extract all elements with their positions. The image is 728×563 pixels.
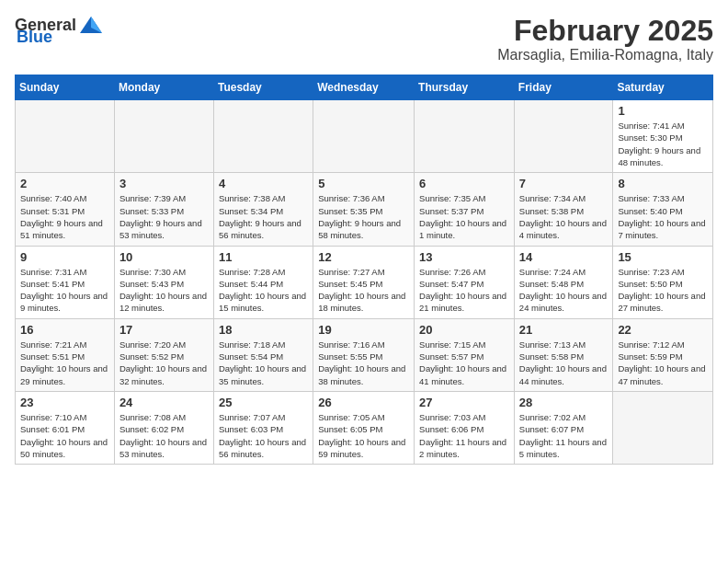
calendar-cell: 1Sunrise: 7:41 AM Sunset: 5:30 PM Daylig… (613, 100, 713, 173)
calendar-cell (415, 100, 515, 173)
calendar-cell (613, 391, 713, 464)
day-info: Sunrise: 7:26 AM Sunset: 5:47 PM Dayligh… (419, 266, 509, 315)
calendar-cell: 28Sunrise: 7:02 AM Sunset: 6:07 PM Dayli… (514, 391, 613, 464)
day-info: Sunrise: 7:28 AM Sunset: 5:44 PM Dayligh… (219, 266, 308, 315)
day-info: Sunrise: 7:13 AM Sunset: 5:58 PM Dayligh… (519, 339, 609, 387)
calendar-cell (313, 100, 415, 173)
day-info: Sunrise: 7:41 AM Sunset: 5:30 PM Dayligh… (618, 120, 708, 168)
weekday-header-monday: Monday (114, 75, 213, 100)
calendar-week-row: 16Sunrise: 7:21 AM Sunset: 5:51 PM Dayli… (16, 318, 713, 391)
calendar-week-row: 2Sunrise: 7:40 AM Sunset: 5:31 PM Daylig… (16, 173, 713, 246)
day-number: 16 (20, 323, 109, 337)
calendar-cell: 14Sunrise: 7:24 AM Sunset: 5:48 PM Dayli… (514, 246, 613, 318)
day-info: Sunrise: 7:18 AM Sunset: 5:54 PM Dayligh… (219, 339, 308, 387)
day-number: 11 (219, 250, 308, 264)
day-info: Sunrise: 7:08 AM Sunset: 6:02 PM Dayligh… (119, 411, 209, 460)
day-number: 1 (618, 104, 708, 118)
calendar-cell: 9Sunrise: 7:31 AM Sunset: 5:41 PM Daylig… (16, 246, 115, 318)
calendar-cell: 15Sunrise: 7:23 AM Sunset: 5:50 PM Dayli… (613, 246, 713, 318)
day-number: 7 (519, 177, 609, 190)
day-number: 20 (419, 323, 509, 337)
day-number: 8 (618, 177, 708, 190)
calendar-cell: 2Sunrise: 7:40 AM Sunset: 5:31 PM Daylig… (16, 173, 115, 246)
day-number: 10 (119, 250, 209, 264)
day-number: 23 (20, 396, 109, 409)
calendar-cell (213, 100, 313, 173)
logo: General Blue (15, 15, 106, 47)
day-number: 19 (318, 323, 409, 337)
weekday-header-sunday: Sunday (16, 75, 115, 100)
day-number: 18 (219, 323, 308, 337)
title-block: February 2025 Marsaglia, Emilia-Romagna,… (497, 15, 713, 63)
calendar-cell: 7Sunrise: 7:34 AM Sunset: 5:38 PM Daylig… (514, 173, 613, 246)
day-number: 24 (119, 396, 209, 409)
day-number: 17 (119, 323, 209, 337)
day-info: Sunrise: 7:34 AM Sunset: 5:38 PM Dayligh… (519, 192, 609, 241)
weekday-header-wednesday: Wednesday (313, 75, 415, 100)
day-info: Sunrise: 7:39 AM Sunset: 5:33 PM Dayligh… (119, 192, 209, 241)
calendar-week-row: 1Sunrise: 7:41 AM Sunset: 5:30 PM Daylig… (16, 100, 713, 173)
day-number: 4 (219, 177, 308, 190)
day-info: Sunrise: 7:16 AM Sunset: 5:55 PM Dayligh… (318, 339, 409, 387)
day-number: 2 (20, 177, 109, 190)
day-info: Sunrise: 7:10 AM Sunset: 6:01 PM Dayligh… (20, 411, 109, 460)
day-info: Sunrise: 7:21 AM Sunset: 5:51 PM Dayligh… (20, 339, 109, 387)
page-header: General Blue February 2025 Marsaglia, Em… (15, 15, 713, 63)
day-info: Sunrise: 7:05 AM Sunset: 6:05 PM Dayligh… (318, 411, 409, 460)
logo-icon (78, 15, 104, 35)
day-number: 21 (519, 323, 609, 337)
day-info: Sunrise: 7:40 AM Sunset: 5:31 PM Dayligh… (20, 192, 109, 241)
calendar-cell: 6Sunrise: 7:35 AM Sunset: 5:37 PM Daylig… (415, 173, 515, 246)
calendar-cell (114, 100, 213, 173)
day-info: Sunrise: 7:23 AM Sunset: 5:50 PM Dayligh… (618, 266, 708, 315)
day-number: 3 (119, 177, 209, 190)
day-info: Sunrise: 7:07 AM Sunset: 6:03 PM Dayligh… (219, 411, 308, 460)
calendar-cell: 8Sunrise: 7:33 AM Sunset: 5:40 PM Daylig… (613, 173, 713, 246)
calendar-cell: 20Sunrise: 7:15 AM Sunset: 5:57 PM Dayli… (415, 318, 515, 391)
calendar-cell: 11Sunrise: 7:28 AM Sunset: 5:44 PM Dayli… (213, 246, 313, 318)
day-number: 27 (419, 396, 509, 409)
calendar-cell: 19Sunrise: 7:16 AM Sunset: 5:55 PM Dayli… (313, 318, 415, 391)
day-info: Sunrise: 7:15 AM Sunset: 5:57 PM Dayligh… (419, 339, 509, 387)
day-number: 14 (519, 250, 609, 264)
calendar-cell: 17Sunrise: 7:20 AM Sunset: 5:52 PM Dayli… (114, 318, 213, 391)
calendar-cell: 27Sunrise: 7:03 AM Sunset: 6:06 PM Dayli… (415, 391, 515, 464)
day-info: Sunrise: 7:31 AM Sunset: 5:41 PM Dayligh… (20, 266, 109, 315)
day-info: Sunrise: 7:35 AM Sunset: 5:37 PM Dayligh… (419, 192, 509, 241)
day-number: 5 (318, 177, 409, 190)
calendar-week-row: 23Sunrise: 7:10 AM Sunset: 6:01 PM Dayli… (16, 391, 713, 464)
location-title: Marsaglia, Emilia-Romagna, Italy (497, 47, 713, 63)
calendar-cell: 3Sunrise: 7:39 AM Sunset: 5:33 PM Daylig… (114, 173, 213, 246)
day-number: 6 (419, 177, 509, 190)
calendar-cell: 13Sunrise: 7:26 AM Sunset: 5:47 PM Dayli… (415, 246, 515, 318)
calendar-cell (514, 100, 613, 173)
calendar-cell: 23Sunrise: 7:10 AM Sunset: 6:01 PM Dayli… (16, 391, 115, 464)
day-info: Sunrise: 7:24 AM Sunset: 5:48 PM Dayligh… (519, 266, 609, 315)
day-number: 28 (519, 396, 609, 409)
calendar-cell: 12Sunrise: 7:27 AM Sunset: 5:45 PM Dayli… (313, 246, 415, 318)
calendar-table: SundayMondayTuesdayWednesdayThursdayFrid… (15, 75, 713, 465)
day-info: Sunrise: 7:33 AM Sunset: 5:40 PM Dayligh… (618, 192, 708, 241)
day-info: Sunrise: 7:27 AM Sunset: 5:45 PM Dayligh… (318, 266, 409, 315)
calendar-cell: 18Sunrise: 7:18 AM Sunset: 5:54 PM Dayli… (213, 318, 313, 391)
day-number: 9 (20, 250, 109, 264)
day-info: Sunrise: 7:38 AM Sunset: 5:34 PM Dayligh… (219, 192, 308, 241)
calendar-week-row: 9Sunrise: 7:31 AM Sunset: 5:41 PM Daylig… (16, 246, 713, 318)
day-info: Sunrise: 7:20 AM Sunset: 5:52 PM Dayligh… (119, 339, 209, 387)
calendar-cell: 25Sunrise: 7:07 AM Sunset: 6:03 PM Dayli… (213, 391, 313, 464)
calendar-cell: 4Sunrise: 7:38 AM Sunset: 5:34 PM Daylig… (213, 173, 313, 246)
day-number: 26 (318, 396, 409, 409)
calendar-cell: 24Sunrise: 7:08 AM Sunset: 6:02 PM Dayli… (114, 391, 213, 464)
weekday-header-saturday: Saturday (613, 75, 713, 100)
day-number: 25 (219, 396, 308, 409)
calendar-cell: 26Sunrise: 7:05 AM Sunset: 6:05 PM Dayli… (313, 391, 415, 464)
calendar-cell: 5Sunrise: 7:36 AM Sunset: 5:35 PM Daylig… (313, 173, 415, 246)
weekday-header-friday: Friday (514, 75, 613, 100)
day-info: Sunrise: 7:02 AM Sunset: 6:07 PM Dayligh… (519, 411, 609, 460)
calendar-cell (16, 100, 115, 173)
day-number: 15 (618, 250, 708, 264)
logo-blue: Blue (17, 28, 52, 47)
weekday-header-row: SundayMondayTuesdayWednesdayThursdayFrid… (16, 75, 713, 100)
calendar-cell: 10Sunrise: 7:30 AM Sunset: 5:43 PM Dayli… (114, 246, 213, 318)
day-number: 12 (318, 250, 409, 264)
